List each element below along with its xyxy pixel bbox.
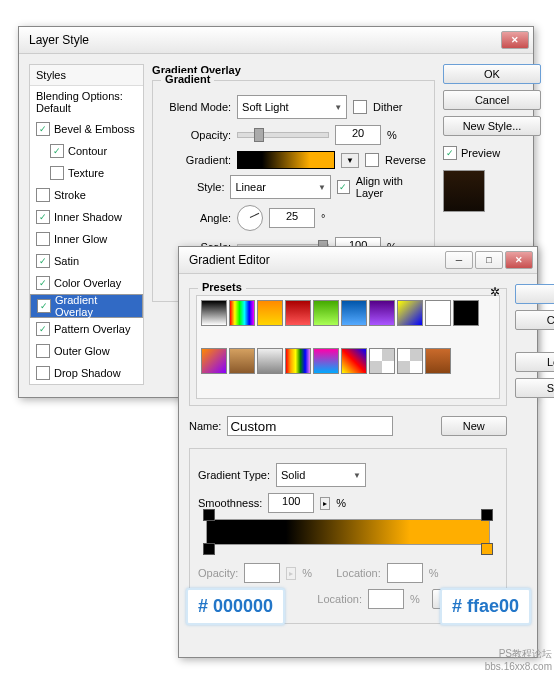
style-checkbox[interactable]: ✓ [36, 210, 50, 224]
cancel-button[interactable]: Cancel [515, 310, 554, 330]
close-icon[interactable]: ✕ [505, 251, 533, 269]
preset-swatch[interactable] [397, 348, 423, 374]
style-checkbox[interactable] [36, 232, 50, 246]
style-checkbox[interactable]: ✓ [36, 254, 50, 268]
preset-swatch[interactable] [257, 300, 283, 326]
style-select[interactable]: Linear▼ [230, 175, 330, 199]
reverse-label: Reverse [385, 154, 426, 166]
style-checkbox[interactable] [36, 366, 50, 380]
style-row[interactable]: ✓Color Overlay [30, 272, 143, 294]
preset-swatch[interactable] [369, 300, 395, 326]
styles-header[interactable]: Styles [30, 65, 143, 86]
gradient-swatch[interactable] [237, 151, 335, 169]
preset-swatch[interactable] [285, 300, 311, 326]
opacity-input[interactable]: 20 [335, 125, 381, 145]
preset-swatch[interactable] [229, 348, 255, 374]
preset-swatch[interactable] [397, 300, 423, 326]
reverse-checkbox[interactable] [365, 153, 379, 167]
close-icon[interactable]: ✕ [501, 31, 529, 49]
style-row[interactable]: ✓Gradient Overlay [30, 294, 143, 318]
preset-swatch[interactable] [313, 300, 339, 326]
style-row[interactable]: Outer Glow [30, 340, 143, 362]
opacity-stop-left[interactable] [203, 509, 215, 521]
preset-swatch[interactable] [341, 300, 367, 326]
type-label: Gradient Type: [198, 469, 270, 481]
save-button[interactable]: Save... [515, 378, 554, 398]
minimize-icon[interactable]: ─ [445, 251, 473, 269]
ok-button[interactable]: OK [443, 64, 541, 84]
cancel-button[interactable]: Cancel [443, 90, 541, 110]
gradient-bar[interactable] [206, 519, 490, 545]
dither-checkbox[interactable] [353, 100, 367, 114]
style-label: Satin [54, 255, 79, 267]
opacity-slider[interactable] [237, 132, 329, 138]
style-row[interactable]: Stroke [30, 184, 143, 206]
style-checkbox[interactable]: ✓ [36, 276, 50, 290]
style-checkbox[interactable]: ✓ [36, 122, 50, 136]
opacity-stop-right[interactable] [481, 509, 493, 521]
style-checkbox[interactable]: ✓ [50, 144, 64, 158]
blending-options-row[interactable]: Blending Options: Default [30, 86, 143, 118]
preview-label: Preview [461, 147, 500, 159]
style-row[interactable]: ✓Satin [30, 250, 143, 272]
smooth-input[interactable]: 100 [268, 493, 314, 513]
style-checkbox[interactable] [36, 344, 50, 358]
preview-swatch [443, 170, 485, 212]
stop-location2-input [368, 589, 404, 609]
style-row[interactable]: Drop Shadow [30, 362, 143, 384]
style-label: Style: [161, 181, 224, 193]
style-row[interactable]: Texture [30, 162, 143, 184]
style-row[interactable]: ✓Bevel & Emboss [30, 118, 143, 140]
new-style-button[interactable]: New Style... [443, 116, 541, 136]
gradient-editor-titlebar: Gradient Editor ─ □ ✕ [179, 247, 537, 274]
gear-icon[interactable]: ✲ [490, 285, 500, 299]
load-button[interactable]: Load... [515, 352, 554, 372]
style-checkbox[interactable] [36, 188, 50, 202]
color-stop-left[interactable] [203, 543, 215, 555]
type-select[interactable]: Solid▼ [276, 463, 366, 487]
style-row[interactable]: ✓Contour [30, 140, 143, 162]
hex-left-annotation: # 000000 [186, 588, 285, 625]
name-input[interactable] [227, 416, 393, 436]
preset-swatch[interactable] [285, 348, 311, 374]
style-checkbox[interactable] [50, 166, 64, 180]
preset-swatch[interactable] [229, 300, 255, 326]
layer-style-titlebar: Layer Style ✕ [19, 27, 533, 54]
gradient-dropdown-icon[interactable]: ▼ [341, 153, 359, 168]
style-label: Texture [68, 167, 104, 179]
style-checkbox[interactable]: ✓ [36, 322, 50, 336]
angle-input[interactable]: 25 [269, 208, 315, 228]
preview-checkbox[interactable]: ✓ [443, 146, 457, 160]
preset-swatch[interactable] [257, 348, 283, 374]
layer-style-title: Layer Style [23, 33, 499, 47]
style-label: Inner Shadow [54, 211, 122, 223]
smooth-stepper-icon[interactable]: ▸ [320, 497, 330, 510]
preset-swatch[interactable] [425, 300, 451, 326]
style-label: Pattern Overlay [54, 323, 130, 335]
angle-dial[interactable] [237, 205, 263, 231]
smooth-label: Smoothness: [198, 497, 262, 509]
preset-swatch[interactable] [201, 300, 227, 326]
style-row[interactable]: Inner Glow [30, 228, 143, 250]
new-button[interactable]: New [441, 416, 507, 436]
preset-swatch[interactable] [369, 348, 395, 374]
align-label: Align with Layer [356, 175, 426, 199]
preset-swatch[interactable] [201, 348, 227, 374]
align-checkbox[interactable]: ✓ [337, 180, 350, 194]
stop-opacity-input [244, 563, 280, 583]
stop-location2-label: Location: [317, 593, 362, 605]
preset-swatch[interactable] [313, 348, 339, 374]
style-checkbox[interactable]: ✓ [37, 299, 51, 313]
styles-list: Styles Blending Options: Default ✓Bevel … [29, 64, 144, 385]
maximize-icon[interactable]: □ [475, 251, 503, 269]
preset-swatch[interactable] [341, 348, 367, 374]
preset-swatch[interactable] [453, 300, 479, 326]
style-row[interactable]: ✓Pattern Overlay [30, 318, 143, 340]
style-row[interactable]: ✓Inner Shadow [30, 206, 143, 228]
gradient-label: Gradient: [161, 154, 231, 166]
ok-button[interactable]: OK [515, 284, 554, 304]
preset-swatch[interactable] [425, 348, 451, 374]
style-label: Stroke [54, 189, 86, 201]
blend-mode-select[interactable]: Soft Light▼ [237, 95, 347, 119]
color-stop-right[interactable] [481, 543, 493, 555]
